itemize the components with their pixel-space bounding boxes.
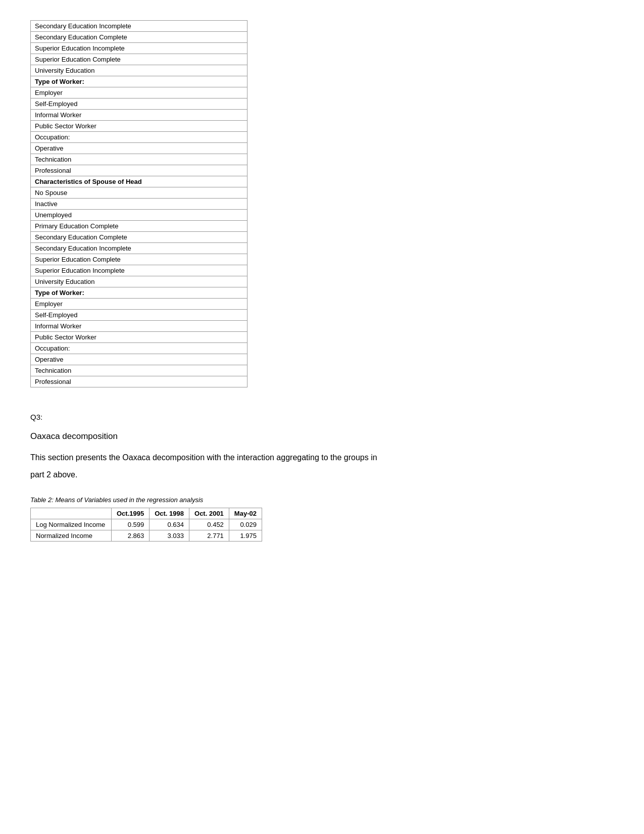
table-row: Unemployed	[31, 210, 247, 221]
table-row: Superior Education Complete	[31, 254, 247, 265]
regression-table: Oct.1995Oct. 1998Oct. 2001May-02 Log Nor…	[30, 508, 262, 542]
table-row: Type of Worker:	[31, 287, 247, 299]
table-row: Operative	[31, 354, 247, 365]
table-row: Self-Employed	[31, 99, 247, 110]
cell-value: 3.033	[150, 530, 189, 542]
table2-caption: Table 2: Means of Variables used in the …	[30, 496, 614, 504]
table-row: Secondary Education Incomplete	[31, 21, 247, 32]
table-row: University Education	[31, 276, 247, 287]
q3-section: Q3: Oaxaca decomposition This section pr…	[30, 413, 614, 481]
table-row: Superior Education Incomplete	[31, 43, 247, 54]
table-row: Characteristics of Spouse of Head	[31, 176, 247, 187]
table-row: Superior Education Incomplete	[31, 265, 247, 276]
row-label: Normalized Income	[31, 530, 112, 542]
column-header: Oct. 1998	[150, 508, 189, 519]
cell-value: 1.975	[229, 530, 262, 542]
row-label: Log Normalized Income	[31, 519, 112, 530]
table-row: Professional	[31, 376, 247, 387]
table-row: Public Sector Worker	[31, 332, 247, 343]
table-row: Secondary Education Complete	[31, 32, 247, 43]
table2-section: Table 2: Means of Variables used in the …	[30, 496, 614, 542]
table-row: Inactive	[31, 199, 247, 210]
column-header	[31, 508, 112, 519]
table-row: No Spouse	[31, 187, 247, 199]
table-row: Informal Worker	[31, 110, 247, 121]
table-row: Informal Worker	[31, 321, 247, 332]
column-header: May-02	[229, 508, 262, 519]
q3-label: Q3:	[30, 413, 614, 421]
table-row: Primary Education Complete	[31, 221, 247, 232]
description-line1: This section presents the Oaxaca decompo…	[30, 452, 614, 464]
column-header: Oct. 2001	[189, 508, 229, 519]
table-row: University Education	[31, 65, 247, 76]
table-row: Technication	[31, 154, 247, 165]
table-row: Secondary Education Incomplete	[31, 243, 247, 254]
table-row: Public Sector Worker	[31, 121, 247, 132]
table-row: Employer	[31, 87, 247, 99]
table-row: Occupation:	[31, 132, 247, 143]
cell-value: 2.863	[112, 530, 150, 542]
oaxaca-heading: Oaxaca decomposition	[30, 431, 614, 441]
cell-value: 0.029	[229, 519, 262, 530]
cell-value: 2.771	[189, 530, 229, 542]
cell-value: 0.452	[189, 519, 229, 530]
table-row: Secondary Education Complete	[31, 232, 247, 243]
characteristics-table: Secondary Education IncompleteSecondary …	[30, 20, 247, 387]
table-row: Professional	[31, 165, 247, 176]
cell-value: 0.634	[150, 519, 189, 530]
cell-value: 0.599	[112, 519, 150, 530]
table-row: Technication	[31, 365, 247, 376]
column-header: Oct.1995	[112, 508, 150, 519]
table-row: Operative	[31, 143, 247, 154]
table-row: Employer	[31, 299, 247, 310]
table-row: Type of Worker:	[31, 76, 247, 87]
table-row: Occupation:	[31, 343, 247, 354]
top-table-section: Secondary Education IncompleteSecondary …	[30, 20, 614, 387]
table-row: Superior Education Complete	[31, 54, 247, 65]
table-row: Self-Employed	[31, 310, 247, 321]
description-line2: part 2 above.	[30, 469, 614, 481]
